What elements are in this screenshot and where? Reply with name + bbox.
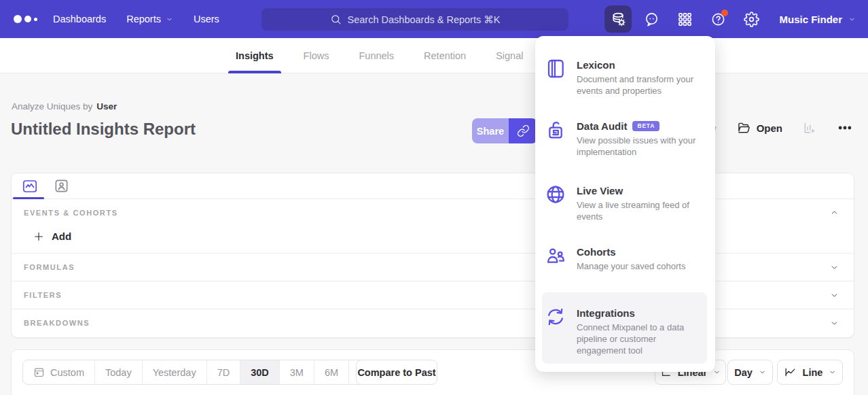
- interval-dropdown[interactable]: Day: [727, 360, 773, 385]
- tab-retention[interactable]: Retention: [424, 38, 466, 73]
- page-title: Untitled Insights Report: [11, 120, 196, 139]
- chart-type-dropdown[interactable]: Line: [777, 360, 843, 385]
- beta-badge: BETA: [632, 121, 659, 131]
- globe-icon: [545, 184, 566, 205]
- header-actions: New Open: [695, 121, 853, 135]
- nav-right-cluster: Music Finder: [604, 0, 856, 38]
- share-button-group: Share: [472, 118, 537, 143]
- nav-item-reports[interactable]: Reports: [126, 14, 173, 24]
- feedback-button[interactable]: [638, 5, 665, 33]
- chevron-down-icon: [713, 368, 721, 376]
- cohorts-people-icon: [545, 245, 566, 267]
- gear-icon: [744, 12, 759, 27]
- grid-icon: [677, 12, 693, 27]
- tab-insights[interactable]: Insights: [236, 38, 274, 73]
- copy-link-button[interactable]: [509, 118, 537, 143]
- report-tabs: Insights Flows Funnels Retention Signal …: [236, 38, 583, 73]
- tab-metrics[interactable]: [21, 177, 39, 195]
- breadcrumb: Analyze Uniques byUser: [12, 101, 117, 111]
- user-card-tab-icon: [54, 178, 69, 194]
- help-button[interactable]: [704, 5, 731, 33]
- data-management-menu: Lexicon Document and transform your even…: [535, 36, 715, 372]
- chevron-down-icon: [829, 368, 836, 376]
- date-yesterday-button[interactable]: Yesterday: [143, 360, 207, 384]
- data-audit-lock-icon: [545, 119, 566, 141]
- link-icon: [517, 124, 530, 137]
- data-management-button[interactable]: [604, 5, 632, 33]
- chevron-down-icon[interactable]: [830, 319, 839, 328]
- section-label: FORMULAS: [12, 254, 854, 271]
- compare-to-past-button[interactable]: Compare to Past: [356, 360, 437, 385]
- menu-item-cohorts[interactable]: Cohorts Manage your saved cohorts: [545, 246, 706, 272]
- calendar-icon: [33, 366, 45, 378]
- query-builder-card: EVENTS & COHORTS Add FORMULAS FILTERS BR…: [11, 173, 854, 338]
- line-chart-tab-icon: [22, 178, 38, 194]
- search-input[interactable]: Search Dashboards & Reports ⌘K: [261, 8, 568, 31]
- menu-item-live-view[interactable]: Live View View a live streaming feed of …: [545, 185, 706, 222]
- tab-funnels[interactable]: Funnels: [359, 38, 394, 73]
- save-chart-button[interactable]: [803, 121, 816, 135]
- menu-item-data-audit[interactable]: Data Audit BETA View possible issues wit…: [545, 120, 706, 158]
- notification-dot: [721, 10, 728, 16]
- date-3m-button[interactable]: 3M: [280, 360, 314, 384]
- section-breakdowns[interactable]: BREAKDOWNS: [12, 309, 854, 337]
- chevron-down-icon[interactable]: [830, 291, 839, 300]
- nav-links: Dashboards Reports Users: [53, 0, 219, 38]
- integrations-sync-icon: [545, 306, 566, 328]
- plus-icon: [33, 231, 44, 242]
- date-custom-button[interactable]: Custom: [23, 360, 95, 384]
- section-label: FILTERS: [12, 281, 854, 299]
- add-event-button[interactable]: Add: [33, 230, 854, 242]
- ellipsis-icon: [837, 121, 853, 135]
- search-icon: [330, 14, 342, 25]
- section-label: BREAKDOWNS: [12, 309, 854, 327]
- chevron-down-icon: [848, 16, 856, 23]
- date-30d-button[interactable]: 30D: [240, 360, 280, 384]
- mixpanel-logo-icon[interactable]: [14, 15, 37, 23]
- chevron-down-icon: [759, 368, 766, 376]
- share-button[interactable]: Share: [472, 118, 509, 143]
- tab-flows[interactable]: Flows: [304, 38, 329, 73]
- report-tabbar: Insights Flows Funnels Retention Signal …: [0, 38, 868, 73]
- tab-signal[interactable]: Signal: [496, 38, 523, 73]
- breadcrumb-value[interactable]: User: [96, 101, 117, 111]
- chevron-up-icon[interactable]: [830, 208, 839, 217]
- date-7d-button[interactable]: 7D: [207, 360, 241, 384]
- menu-item-integrations[interactable]: Integrations Connect Mixpanel to a data …: [545, 307, 706, 356]
- more-options-button[interactable]: [837, 121, 853, 135]
- lexicon-book-icon: [545, 58, 566, 80]
- chevron-down-icon: [166, 16, 173, 23]
- chat-bubble-icon: [644, 12, 659, 27]
- section-events-cohorts: EVENTS & COHORTS Add: [12, 199, 854, 254]
- section-filters[interactable]: FILTERS: [12, 281, 854, 309]
- section-label: EVENTS & COHORTS: [12, 199, 854, 217]
- project-name: Music Finder: [779, 14, 842, 25]
- date-controls-card: Custom Today Yesterday 7D 30D 3M 6M 12M …: [11, 349, 854, 395]
- search-placeholder: Search Dashboards & Reports ⌘K: [348, 14, 501, 25]
- apps-grid-button[interactable]: [671, 5, 698, 33]
- section-formulas[interactable]: FORMULAS: [12, 254, 854, 281]
- chart-add-icon: [803, 121, 816, 135]
- settings-button[interactable]: [738, 5, 765, 33]
- date-6m-button[interactable]: 6M: [314, 360, 349, 384]
- builder-icon-tabs: [12, 173, 854, 199]
- chevron-down-icon[interactable]: [830, 263, 839, 272]
- folder-icon: [737, 121, 751, 135]
- tab-user-profiles[interactable]: [52, 177, 70, 195]
- date-today-button[interactable]: Today: [95, 360, 143, 384]
- database-gear-icon: [611, 12, 626, 27]
- date-range-segmented-control: Custom Today Yesterday 7D 30D 3M 6M 12M: [22, 360, 389, 385]
- menu-item-lexicon[interactable]: Lexicon Document and transform your even…: [545, 59, 706, 97]
- nav-item-users[interactable]: Users: [194, 14, 219, 24]
- nav-item-dashboards[interactable]: Dashboards: [53, 14, 106, 24]
- top-nav: Dashboards Reports Users Search Dashboar…: [0, 0, 868, 38]
- line-chart-icon: [784, 366, 797, 379]
- project-selector[interactable]: Music Finder: [779, 14, 856, 25]
- open-button[interactable]: Open: [737, 121, 782, 135]
